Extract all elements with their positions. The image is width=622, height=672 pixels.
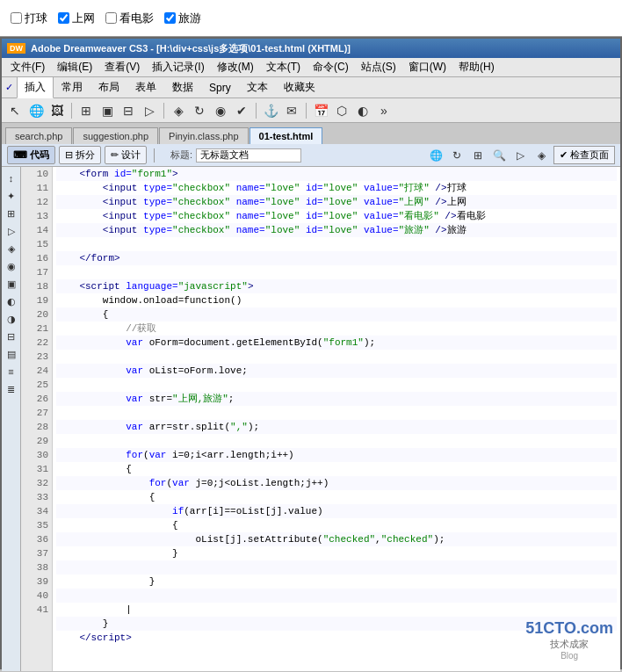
ln-29: 29: [21, 434, 52, 448]
watermark-line3: Blog: [525, 651, 613, 661]
checkbox-shangwang[interactable]: 上网: [58, 11, 95, 26]
tab-search-php[interactable]: search.php: [5, 127, 72, 144]
email-icon[interactable]: ✉: [282, 101, 301, 120]
refresh2-icon[interactable]: ↻: [448, 147, 466, 164]
grid-icon[interactable]: ⊞: [469, 147, 487, 164]
widget-icon[interactable]: ◈: [169, 101, 188, 120]
more-icon[interactable]: »: [374, 101, 394, 120]
tab-textmenu[interactable]: 文本: [239, 76, 276, 98]
debug-icon[interactable]: ◈: [532, 147, 550, 164]
menu-text[interactable]: 文本(T): [261, 58, 306, 76]
tab-form[interactable]: 表单: [127, 76, 164, 98]
checkbox-kandianying[interactable]: 看电影: [105, 11, 154, 26]
ln-21: 21: [21, 322, 52, 336]
sidebar-circle-icon[interactable]: ◉: [4, 258, 19, 274]
preview2-icon[interactable]: ▷: [511, 147, 529, 164]
tab-common[interactable]: 常用: [54, 76, 90, 98]
checkbox-kandianying-input[interactable]: [105, 12, 117, 24]
split-label: 拆分: [76, 148, 95, 162]
menu-insert[interactable]: 插入记录(I): [147, 58, 209, 76]
comment2-icon[interactable]: ◐: [353, 101, 372, 120]
ln-19: 19: [21, 293, 52, 307]
sidebar-eq2-icon[interactable]: ≣: [4, 381, 19, 397]
menu-view[interactable]: 查看(V): [99, 58, 145, 76]
layer-icon[interactable]: ⊟: [119, 101, 138, 120]
code-line-15: [56, 237, 617, 251]
tab-01-test-html[interactable]: 01-test.html: [250, 127, 323, 144]
refresh-icon[interactable]: ↻: [190, 101, 209, 120]
title-input[interactable]: [196, 148, 301, 163]
code-line-34: if(arr[i]==oList[j].value): [56, 504, 617, 518]
check-page-btn[interactable]: ✔ 检查页面: [553, 146, 615, 164]
watermark-line1: 51CTO.com: [525, 619, 613, 638]
code-line-13: <input type="checkbox" name="love" id="l…: [56, 209, 617, 223]
tab-favorites[interactable]: 收藏夹: [276, 76, 323, 98]
preview-icon[interactable]: ◉: [211, 101, 230, 120]
menu-edit[interactable]: 编辑(E): [52, 58, 98, 76]
checkbox-shangwang-input[interactable]: [58, 12, 69, 24]
tab-pinyin-class-php[interactable]: Pinyin.class.php: [159, 127, 249, 144]
checkbox-daqiu-input[interactable]: [11, 12, 22, 24]
check-icon2: ✔: [560, 149, 568, 161]
sidebar-diamond-icon[interactable]: ◈: [4, 241, 19, 257]
checkbox-lvyou[interactable]: 旅游: [164, 11, 201, 26]
zoom-icon[interactable]: 🔍: [490, 147, 508, 164]
browse-icon[interactable]: 🌐: [26, 101, 46, 120]
date-icon[interactable]: 📅: [311, 101, 330, 120]
media-icon[interactable]: ▷: [140, 101, 159, 120]
code-content: 10 11 12 13 14 15 16 17 18 19 20 21 22 2…: [21, 167, 620, 671]
code-line-30: for(var i=0;i<arr.length;i++): [56, 448, 617, 462]
code-text[interactable]: <form id="form1"> <input type="checkbox"…: [53, 167, 620, 671]
image-icon[interactable]: 🖼: [47, 101, 67, 120]
anchor-icon[interactable]: ⚓: [261, 101, 280, 120]
frame-icon[interactable]: ▣: [98, 101, 117, 120]
sidebar-arrow-icon[interactable]: ↕: [4, 170, 19, 186]
sidebar-half2-icon[interactable]: ◑: [4, 311, 19, 327]
sidebar-play-icon[interactable]: ▷: [4, 223, 19, 239]
ln-37: 37: [21, 546, 52, 560]
tab-suggestion-php[interactable]: suggestion.php: [73, 127, 158, 144]
toolbar-separator-2: [163, 103, 164, 119]
ln-28: 28: [21, 420, 52, 434]
server-icon[interactable]: ⬡: [332, 101, 351, 120]
code-line-12: <input type="checkbox" name="love" id="l…: [56, 195, 617, 209]
table-icon[interactable]: ⊞: [76, 101, 96, 120]
menu-window[interactable]: 窗口(W): [403, 58, 452, 76]
ln-40: 40: [21, 589, 52, 603]
code-line-28: var arr=str.split(",");: [56, 420, 617, 434]
menu-file[interactable]: 文件(F): [5, 58, 50, 76]
browser-icon[interactable]: 🌐: [427, 147, 445, 164]
view-design-btn[interactable]: ✏ 设计: [105, 146, 147, 164]
sidebar-minus-icon[interactable]: ⊟: [4, 329, 19, 344]
view-code-btn[interactable]: ⌨ 代码: [7, 146, 55, 164]
sidebar-half-icon[interactable]: ◐: [4, 293, 19, 309]
sidebar-eq-icon[interactable]: ≡: [4, 364, 19, 379]
code-line-26: var str="上网,旅游";: [56, 392, 617, 406]
ln-30: 30: [21, 448, 52, 462]
menu-command[interactable]: 命令(C): [307, 58, 354, 76]
ln-38: 38: [21, 560, 52, 574]
sidebar-grid-icon[interactable]: ⊞: [4, 206, 19, 221]
code-line-11: <input type="checkbox" name="love" id="l…: [56, 181, 617, 195]
tab-data[interactable]: 数据: [164, 76, 201, 98]
sidebar-lines-icon[interactable]: ▤: [4, 346, 19, 362]
view-split-btn[interactable]: ⊟ 拆分: [59, 146, 101, 164]
code-label: 代码: [30, 148, 49, 162]
sidebar-square-icon[interactable]: ▣: [4, 276, 19, 292]
sidebar-star-icon[interactable]: ✦: [4, 188, 19, 204]
ln-35: 35: [21, 518, 52, 532]
menu-help[interactable]: 帮助(H): [453, 58, 500, 76]
tab-insert[interactable]: 插入: [17, 76, 54, 98]
checkbox-daqiu[interactable]: 打球: [11, 11, 47, 26]
dw-window: DW Adobe Dreamweaver CS3 - [H:\div+css\j…: [0, 37, 622, 669]
menu-site[interactable]: 站点(S): [356, 58, 401, 76]
ln-31: 31: [21, 462, 52, 476]
menu-modify[interactable]: 修改(M): [212, 58, 259, 76]
check-icon[interactable]: ✔: [232, 101, 251, 120]
pointer-icon[interactable]: ↖: [5, 101, 25, 120]
checkbox-lvyou-input[interactable]: [164, 12, 176, 24]
tab-layout[interactable]: 布局: [90, 76, 127, 98]
title-text: Adobe Dreamweaver CS3 - [H:\div+css\js多选…: [31, 42, 351, 55]
watermark-line2: 技术成家: [525, 638, 613, 651]
tab-spry[interactable]: Spry: [201, 78, 239, 98]
